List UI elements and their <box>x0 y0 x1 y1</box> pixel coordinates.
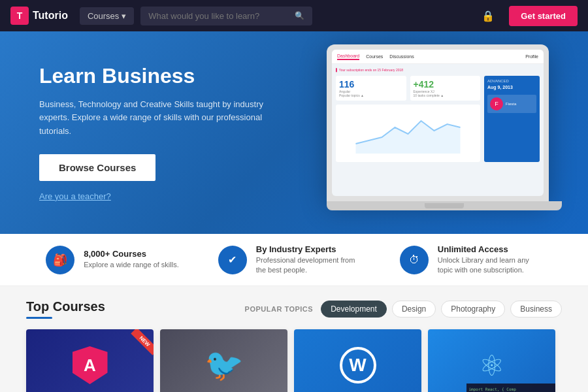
hero-subtitle: Business, Technology and Creative Skills… <box>39 98 274 139</box>
card-thumbnail-swift: 🐦 <box>160 329 287 392</box>
get-started-button[interactable]: Get started <box>509 6 578 26</box>
popular-label: POPULAR TOPICS <box>245 305 314 313</box>
section-underline <box>26 317 52 319</box>
course-card-swift: 🐦 Build an iOS Application in ♥ <box>160 329 287 392</box>
wordpress-icon: W <box>340 347 376 384</box>
hero-text-block: Learn Business Business, Technology and … <box>39 63 274 202</box>
topic-business[interactable]: Business <box>510 301 562 318</box>
topic-development[interactable]: Development <box>321 301 387 318</box>
section-title: Top Courses <box>26 299 105 314</box>
search-icon: 🔍 <box>295 11 304 20</box>
courses-icon: 🎒 <box>46 246 74 274</box>
course-card-wordpress: W Build a WordPress Website ♡ <box>294 329 421 392</box>
chevron-down-icon: ▾ <box>122 11 126 21</box>
course-card-react: ⚛ import React, { Comp import { Text, Vi… <box>428 329 555 392</box>
card-thumbnail-react: ⚛ import React, { Comp import { Text, Vi… <box>428 329 555 392</box>
laptop-frame: Dashboard Courses Discussions Profile ▌ … <box>327 44 549 201</box>
feature-item-experts: ✔ By Industry Experts Professional devel… <box>218 244 361 276</box>
course-cards-grid: A Learn Angular ♡ 🐦 Build an iOS Applica… <box>26 329 562 392</box>
topic-photography[interactable]: Photography <box>441 301 505 318</box>
topic-design[interactable]: Design <box>392 301 436 318</box>
courses-section: Top Courses POPULAR TOPICS Development D… <box>0 286 588 392</box>
new-badge-angular <box>121 329 154 362</box>
search-bar: 🔍 <box>140 7 312 25</box>
feature-desc-experts: Professional development from the best p… <box>256 255 361 276</box>
hero-section: Learn Business Business, Technology and … <box>0 31 588 234</box>
feature-desc-courses: Explore a wide range of skills. <box>84 260 179 270</box>
brand-name: Tutorio <box>33 10 68 22</box>
brand: T Tutorio <box>10 7 68 25</box>
feature-desc-access: Unlock Library and learn any topic with … <box>438 255 542 276</box>
hero-laptop-image: Dashboard Courses Discussions Profile ▌ … <box>327 44 562 221</box>
access-icon: ⏱ <box>400 246 429 274</box>
laptop-screen: Dashboard Courses Discussions Profile ▌ … <box>332 50 544 196</box>
teacher-link[interactable]: Are you a teacher? <box>39 191 111 201</box>
svg-marker-0 <box>356 121 461 154</box>
search-input[interactable] <box>148 11 289 21</box>
browse-courses-button[interactable]: Browse Courses <box>39 154 155 181</box>
brand-icon: T <box>10 7 29 25</box>
experts-icon: ✔ <box>218 246 247 274</box>
feature-item-courses: 🎒 8,000+ Courses Explore a wide range of… <box>46 246 179 274</box>
angular-icon: A <box>73 346 108 384</box>
card-thumbnail-angular: A <box>26 329 154 392</box>
section-title-wrap: Top Courses <box>26 299 105 319</box>
feature-title-courses: 8,000+ Courses <box>84 249 179 259</box>
courses-dropdown-button[interactable]: Courses ▾ <box>80 7 134 25</box>
lock-icon: 🔒 <box>482 10 495 22</box>
features-bar: 🎒 8,000+ Courses Explore a wide range of… <box>0 234 588 286</box>
code-preview-react: import React, { Comp import { Text, View <box>466 384 556 392</box>
course-card-angular: A Learn Angular ♡ <box>26 329 154 392</box>
card-thumbnail-wordpress: W <box>294 329 421 392</box>
courses-header: Top Courses POPULAR TOPICS Development D… <box>26 299 562 319</box>
topics-row: POPULAR TOPICS Development Design Photog… <box>245 301 562 318</box>
feature-item-access: ⏱ Unlimited Access Unlock Library and le… <box>400 244 542 276</box>
navbar: T Tutorio Courses ▾ 🔍 🔒 Get started <box>0 0 588 31</box>
react-icon: ⚛ <box>479 349 504 382</box>
feature-title-access: Unlimited Access <box>438 244 542 254</box>
feature-title-experts: By Industry Experts <box>256 244 361 254</box>
swift-icon: 🐦 <box>204 347 244 384</box>
hero-title: Learn Business <box>39 63 274 88</box>
